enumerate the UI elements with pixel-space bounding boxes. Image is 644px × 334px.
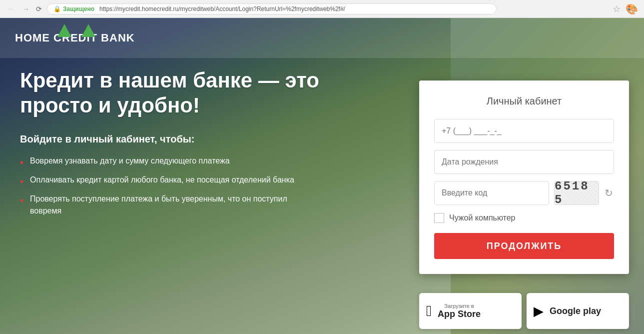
forward-button[interactable]: → [21, 4, 31, 14]
apple-icon:  [426, 302, 432, 320]
main-headline: Кредит в нашем банке — это просто и удоб… [20, 68, 320, 118]
extension-icon[interactable]: 🎨 [626, 3, 638, 15]
bookmark-icon[interactable]: ☆ [613, 4, 621, 14]
list-item: Вовремя узнавать дату и сумму следующего… [20, 155, 320, 167]
site-header: HOME CREDIT BANK [0, 18, 644, 58]
lock-icon: 🔒 [53, 6, 61, 12]
bullet-list: Вовремя узнавать дату и сумму следующего… [20, 155, 320, 217]
appstore-sub: Загрузите в [438, 303, 481, 309]
login-card: Личный кабинет 6518 5 ↻ Чужой компьютер … [419, 80, 629, 274]
arrow-up-left [57, 24, 71, 37]
list-item: Проверять поступление платежа и быть уве… [20, 193, 320, 217]
foreign-computer-label[interactable]: Чужой компьютер [449, 214, 516, 222]
sub-headline: Войдите в личный кабинет, чтобы: [20, 134, 320, 145]
secure-label: Защищено [63, 6, 94, 12]
app-buttons:  Загрузите в App Store ▶ Google play [419, 293, 629, 329]
reload-button[interactable]: ⟳ [36, 5, 42, 13]
url-text: https://mycredit.homecredit.ru/mycreditw… [99, 6, 345, 12]
submit-button[interactable]: ПРОДОЛЖИТЬ [434, 233, 614, 259]
appstore-button[interactable]:  Загрузите в App Store [419, 293, 522, 329]
googleplay-name: Google play [550, 306, 601, 316]
checkbox-row: Чужой компьютер [434, 213, 614, 223]
dob-input[interactable] [434, 150, 614, 174]
captcha-image: 6518 5 [554, 181, 599, 205]
foreign-computer-checkbox[interactable] [434, 213, 444, 223]
card-title: Личный кабинет [434, 96, 614, 107]
arrow-up-right [81, 24, 95, 37]
back-button[interactable]: ← [6, 4, 16, 14]
appstore-name: App Store [438, 309, 481, 320]
googleplay-text: Google play [550, 306, 601, 316]
googleplay-button[interactable]: ▶ Google play [527, 293, 629, 329]
appstore-text: Загрузите в App Store [438, 303, 481, 320]
list-item: Оплачивать кредит картой любого банка, н… [20, 174, 320, 186]
logo-arrows [57, 24, 95, 37]
captcha-input[interactable] [434, 181, 549, 205]
browser-chrome: ← → ⟳ 🔒 Защищено https://mycredit.homecr… [0, 0, 644, 18]
left-content: Кредит в нашем банке — это просто и удоб… [20, 68, 320, 224]
address-bar[interactable]: 🔒 Защищено https://mycredit.homecredit.r… [47, 4, 497, 14]
googleplay-icon: ▶ [534, 304, 544, 319]
refresh-captcha-button[interactable]: ↻ [604, 185, 614, 201]
captcha-value: 6518 5 [555, 181, 599, 205]
main-page: HOME CREDIT BANK Кредит в нашем банке — … [0, 18, 644, 334]
captcha-row: 6518 5 ↻ [434, 181, 614, 205]
phone-input[interactable] [434, 119, 614, 143]
